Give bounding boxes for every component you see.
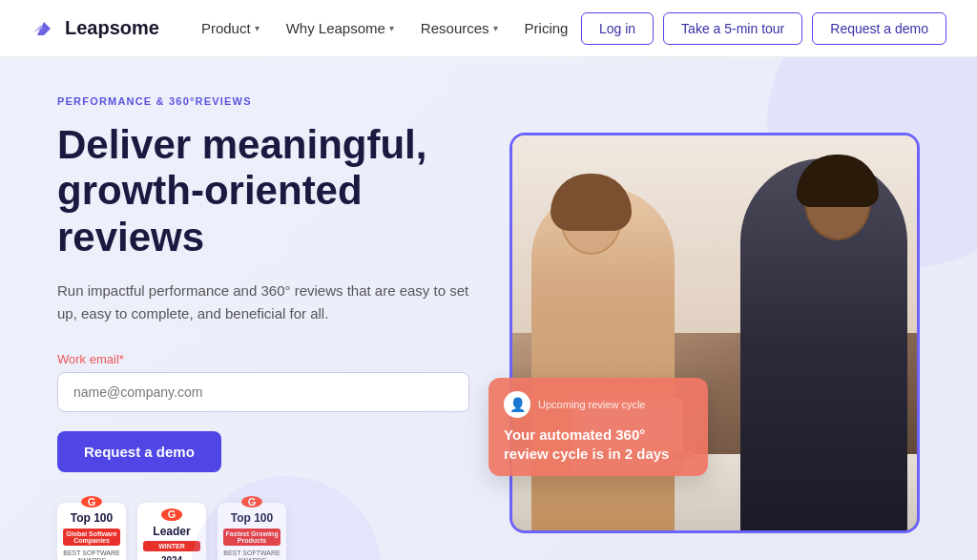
hero-eyebrow: PERFORMANCE & 360°REVIEWS [57, 95, 469, 107]
badges-row: G Top 100 Global Software Companies BEST… [57, 503, 469, 560]
notif-header: 👤 Upcoming review cycle [504, 391, 693, 418]
tour-button[interactable]: Take a 5-min tour [663, 12, 802, 45]
notif-label: Upcoming review cycle [538, 399, 645, 410]
nav-actions: Log in Take a 5-min tour Request a demo [581, 12, 946, 45]
notif-avatar: 👤 [504, 391, 530, 418]
badge-top100-fastest: G Top 100 Fastest Growing Products BEST … [218, 503, 286, 560]
g2-icon: G [161, 508, 182, 521]
login-button[interactable]: Log in [581, 12, 654, 45]
nav-why-leapsome[interactable]: Why Leapsome ▾ [275, 12, 405, 44]
notification-card: 👤 Upcoming review cycle Your automated 3… [488, 378, 708, 476]
logo[interactable]: Leapsome [31, 15, 159, 42]
chevron-down-icon: ▾ [389, 23, 394, 33]
hero-subtitle: Run impactful performance and 360° revie… [57, 280, 469, 325]
g2-icon: G [81, 496, 102, 508]
logo-icon [31, 15, 57, 42]
email-input[interactable] [57, 372, 469, 412]
email-label: Work email* [57, 352, 469, 366]
cta-button[interactable]: Request a demo [57, 431, 221, 472]
chevron-down-icon: ▾ [255, 23, 260, 33]
nav-pricing[interactable]: Pricing [513, 12, 580, 44]
hero-right: 👤 Upcoming review cycle Your automated 3… [508, 133, 920, 533]
chevron-down-icon: ▾ [493, 23, 498, 33]
notif-message: Your automated 360° review cycle is in 2… [504, 425, 693, 463]
brand-name: Leapsome [65, 17, 159, 39]
g2-icon: G [241, 496, 262, 508]
hero-left: PERFORMANCE & 360°REVIEWS Deliver meanin… [57, 95, 508, 560]
badge-top100-global: G Top 100 Global Software Companies BEST… [57, 503, 126, 560]
nav-resources[interactable]: Resources ▾ [409, 12, 509, 44]
nav-links: Product ▾ Why Leapsome ▾ Resources ▾ Pri… [190, 12, 581, 44]
nav-product[interactable]: Product ▾ [190, 12, 271, 44]
navbar: Leapsome Product ▾ Why Leapsome ▾ Resour… [0, 0, 977, 57]
badge-leader-winter: G Leader WINTER 2024 [137, 503, 206, 560]
hero-section: PERFORMANCE & 360°REVIEWS Deliver meanin… [0, 57, 977, 560]
demo-button-nav[interactable]: Request a demo [812, 12, 946, 45]
hero-title: Deliver meaningful, growth-oriented revi… [57, 122, 469, 260]
